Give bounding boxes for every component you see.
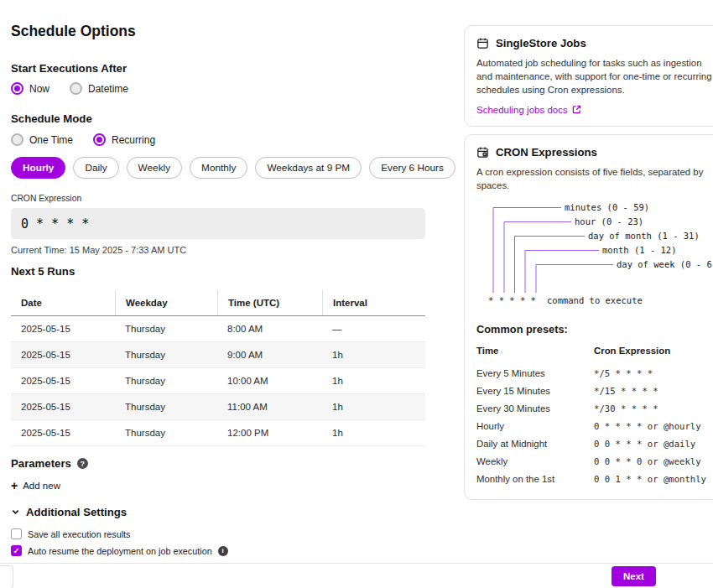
presets-column-expression: Cron Expression (594, 342, 713, 364)
cell-interval: 1h (322, 394, 425, 419)
cell-time: 11:00 AM (217, 394, 322, 419)
cell-time: 9:00 AM (217, 342, 322, 367)
preset-name: Every 5 Minutes (476, 364, 594, 382)
parameters-heading-row: Parameters ? (11, 457, 88, 470)
radio-one-time-label: One Time (29, 134, 73, 146)
cell-weekday: Thursday (115, 394, 217, 419)
column-header-weekday: Weekday (115, 290, 217, 315)
next-button[interactable]: Next (612, 566, 656, 586)
diagram-label-month: month (1 - 12) (602, 245, 677, 255)
radio-unselected-icon (70, 82, 82, 95)
schedule-mode-radio-group: One Time Recurring (11, 133, 155, 146)
radio-recurring[interactable]: Recurring (93, 133, 155, 146)
current-time-text: Current Time: 15 May 2025 - 7:33 AM UTC (11, 245, 186, 255)
radio-unselected-icon (11, 133, 23, 146)
checkbox-auto-resume-label: Auto resume the deployment on job execut… (28, 546, 212, 556)
cell-date: 2025-05-15 (11, 420, 115, 445)
external-link-icon (572, 105, 581, 114)
radio-selected-icon (11, 82, 23, 95)
radio-datetime[interactable]: Datetime (70, 82, 128, 95)
radio-now[interactable]: Now (11, 82, 49, 95)
cell-interval: 1h (322, 420, 425, 445)
table-row: 2025-05-15 Thursday 10:00 AM 1h (11, 368, 425, 394)
footer-divider (0, 563, 713, 564)
common-presets-heading: Common presets: (476, 323, 713, 336)
cron-expression-label: CRON Expression (11, 194, 81, 203)
preset-name: Monthly on the 1st (476, 470, 594, 487)
start-executions-radio-group: Now Datetime (11, 82, 128, 95)
add-new-label: Add new (23, 481, 60, 491)
additional-settings-heading: Additional Settings (26, 506, 127, 518)
table-row: 2025-05-15 Thursday 9:00 AM 1h (11, 342, 425, 368)
scheduling-docs-link[interactable]: Scheduling jobs docs (476, 105, 581, 115)
parameters-heading: Parameters (11, 457, 71, 470)
add-new-button[interactable]: + Add new (11, 480, 60, 492)
diagram-asterisks: * * * * * (488, 295, 536, 305)
next-runs-table: Date Weekday Time (UTC) Interval 2025-05… (11, 290, 425, 446)
checkbox-save-results-label: Save all execution results (28, 529, 130, 539)
page-title: Schedule Options (11, 23, 136, 40)
chip-every-6-hours[interactable]: Every 6 Hours (369, 157, 455, 179)
table-header-row: Date Weekday Time (UTC) Interval (11, 290, 425, 316)
cron-expression-input[interactable] (11, 208, 425, 239)
chip-weekdays-9pm[interactable]: Weekdays at 9 PM (255, 157, 362, 179)
help-icon[interactable]: ? (77, 458, 88, 469)
chip-daily[interactable]: Daily (73, 157, 118, 179)
cell-date: 2025-05-15 (11, 342, 115, 367)
next-runs-heading: Next 5 Runs (11, 265, 75, 278)
column-header-interval: Interval (322, 290, 425, 315)
cron-icon (476, 146, 489, 159)
cutoff-button[interactable] (0, 565, 13, 588)
preset-name: Every 15 Minutes (476, 382, 594, 399)
start-executions-heading: Start Executions After (11, 62, 127, 75)
cell-date: 2025-05-15 (11, 316, 115, 341)
column-header-time: Time (UTC) (217, 290, 322, 315)
preset-expression: 0 * * * * or @hourly (594, 417, 713, 434)
jobs-card-description: Automated job scheduling for tasks such … (476, 56, 713, 97)
calendar-icon (476, 37, 489, 49)
cell-weekday: Thursday (115, 368, 217, 393)
cell-time: 10:00 AM (217, 368, 322, 393)
preset-expression: */30 * * * * (594, 399, 713, 417)
radio-now-label: Now (29, 83, 49, 95)
cell-interval: 1h (322, 342, 425, 367)
radio-one-time[interactable]: One Time (11, 133, 73, 146)
schedule-mode-heading: Schedule Mode (11, 112, 92, 125)
jobs-card-title: SingleStore Jobs (496, 37, 586, 49)
cell-weekday: Thursday (115, 316, 217, 341)
table-row: 2025-05-15 Thursday 8:00 AM — (11, 316, 425, 342)
chip-monthly[interactable]: Monthly (190, 157, 247, 179)
additional-settings-toggle[interactable]: Additional Settings (11, 506, 127, 518)
info-icon[interactable]: i (218, 546, 228, 556)
diagram-label-day-of-month: day of month (1 - 31) (588, 231, 700, 241)
diagram-command-text: command to execute (547, 295, 643, 305)
checkbox-checked-icon (11, 545, 22, 556)
preset-name: Hourly (476, 417, 594, 434)
preset-expression: */15 * * * * (594, 382, 713, 399)
column-header-date: Date (11, 290, 115, 315)
preset-expression: 0 0 * * * or @daily (594, 434, 713, 452)
docs-link-label: Scheduling jobs docs (476, 105, 568, 115)
checkbox-save-results[interactable]: Save all execution results (11, 528, 130, 539)
preset-name: Daily at Midnight (476, 434, 594, 452)
chip-hourly[interactable]: Hourly (11, 157, 65, 179)
chevron-down-icon (11, 507, 20, 517)
radio-recurring-label: Recurring (112, 134, 155, 146)
chip-weekly[interactable]: Weekly (127, 157, 182, 179)
preset-name: Every 30 Minutes (476, 399, 594, 417)
preset-expression: */5 * * * * (594, 364, 713, 382)
preset-name: Weekly (476, 452, 594, 470)
preset-expression: 0 0 1 * * or @monthly (594, 470, 713, 487)
radio-datetime-label: Datetime (88, 83, 128, 95)
cell-weekday: Thursday (115, 420, 217, 445)
preset-chip-group: Hourly Daily Weekly Monthly Weekdays at … (11, 157, 455, 179)
cell-weekday: Thursday (115, 342, 217, 367)
cell-date: 2025-05-15 (11, 394, 115, 419)
cell-time: 12:00 PM (217, 420, 322, 445)
presets-column-time: Time (476, 342, 594, 364)
cell-interval: 1h (322, 368, 425, 393)
presets-table: Time Cron Expression Every 5 Minutes */5… (476, 342, 713, 487)
cron-card-title: CRON Expressions (496, 146, 597, 159)
cron-diagram: minutes (0 - 59) hour (0 - 23) day of mo… (476, 202, 713, 313)
checkbox-auto-resume[interactable]: Auto resume the deployment on job execut… (11, 545, 228, 556)
